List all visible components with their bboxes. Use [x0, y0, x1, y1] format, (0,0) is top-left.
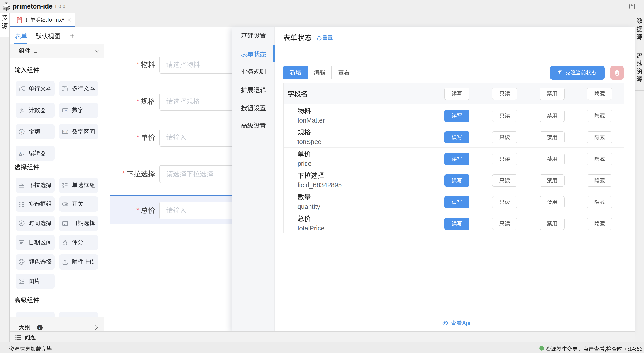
svg-text:123: 123 [63, 110, 67, 112]
svg-text:A: A [64, 86, 66, 90]
svg-text:1~3: 1~3 [63, 131, 67, 133]
svg-text:i: i [39, 326, 40, 330]
svg-text:¥: ¥ [20, 130, 22, 134]
svg-text:A: A [19, 151, 22, 156]
svg-text:A: A [20, 86, 23, 91]
